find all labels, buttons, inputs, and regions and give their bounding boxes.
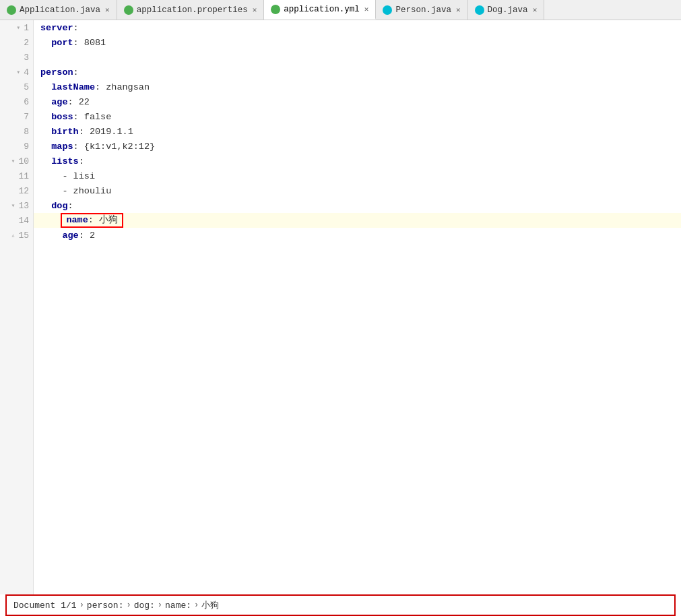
editor-area: ▾ 1 2 3 ▾ 4 5 6 7: [0, 20, 681, 594]
code-line-13: dog:: [34, 198, 681, 213]
chevron-3: ›: [158, 600, 162, 610]
tab-label-application-yml: application.yml: [284, 5, 360, 14]
close-tab-application-yml[interactable]: ✕: [364, 5, 369, 13]
line-num-5: 5: [0, 80, 33, 94]
tab-dog-java[interactable]: Dog.java ✕: [468, 0, 545, 20]
code-line-10: lists:: [34, 154, 681, 168]
fold-icon-10[interactable]: ▾: [9, 157, 17, 165]
tab-icon-application-java: [7, 5, 16, 15]
tab-person-java[interactable]: Person.java ✕: [376, 0, 467, 20]
tab-label-application-java: Application.java: [20, 5, 100, 15]
close-tab-application-properties[interactable]: ✕: [253, 5, 257, 14]
code-line-11: - lisi: [34, 168, 681, 183]
line-num-14: 14: [0, 213, 33, 228]
code-line-15: age: 2: [34, 228, 681, 243]
breadcrumb-dog: dog:: [134, 600, 155, 611]
tab-application-java[interactable]: Application.java ✕: [0, 0, 117, 20]
fold-icon-15[interactable]: ▵: [9, 231, 17, 239]
redbox-highlight: name: 小狗: [61, 213, 123, 228]
fold-icon-13[interactable]: ▾: [9, 202, 17, 210]
code-line-14: name: 小狗: [34, 213, 681, 228]
line-num-2: 2: [0, 35, 33, 50]
tab-bar: Application.java ✕ application.propertie…: [0, 0, 681, 20]
tab-icon-person-java: [383, 5, 392, 15]
line-num-11: 11: [0, 168, 33, 183]
breadcrumb-name: name:: [165, 600, 191, 611]
tab-icon-application-yml: [271, 5, 280, 14]
close-tab-application-java[interactable]: ✕: [105, 5, 110, 14]
breadcrumb-person: person:: [87, 600, 124, 611]
tab-icon-application-properties: [124, 5, 133, 15]
code-line-12: - zhouliu: [34, 183, 681, 198]
chevron-2: ›: [126, 600, 131, 610]
line-num-13: ▾ 13: [0, 198, 33, 213]
chevron-4: ›: [194, 600, 199, 610]
breadcrumb: Document 1/1 › person: › dog: › name: › …: [13, 599, 219, 611]
code-line-8: birth: 2019.1.1: [34, 124, 681, 139]
chevron-1: ›: [79, 600, 84, 610]
code-line-2: port: 8081: [34, 35, 681, 50]
tab-icon-dog-java: [475, 5, 484, 15]
tab-label-dog-java: Dog.java: [488, 5, 528, 15]
close-tab-dog-java[interactable]: ✕: [533, 5, 538, 14]
tab-label-person-java: Person.java: [395, 5, 451, 15]
line-num-9: 9: [0, 139, 33, 154]
line-num-6: 6: [0, 94, 33, 109]
code-line-9: maps: {k1:v1,k2:12}: [34, 139, 681, 154]
code-line-1: server:: [34, 20, 681, 35]
line-numbers: ▾ 1 2 3 ▾ 4 5 6 7: [0, 20, 34, 594]
tab-application-properties[interactable]: application.properties ✕: [117, 0, 265, 20]
code-area[interactable]: server: port: 8081 person: lastName: zha…: [34, 20, 681, 594]
line-num-7: 7: [0, 109, 33, 124]
code-line-5: lastName: zhangsan: [34, 80, 681, 94]
line-num-1: ▾ 1: [0, 20, 33, 35]
tab-application-yml[interactable]: application.yml ✕: [264, 0, 376, 20]
line-num-4: ▾ 4: [0, 65, 33, 80]
line-num-10: ▾ 10: [0, 154, 33, 168]
code-line-4: person:: [34, 65, 681, 80]
status-bar: Document 1/1 › person: › dog: › name: › …: [5, 594, 676, 616]
line-num-12: 12: [0, 183, 33, 198]
fold-icon-4[interactable]: ▾: [14, 68, 22, 76]
breadcrumb-value: 小狗: [201, 599, 219, 611]
line-num-15: ▵ 15: [0, 228, 33, 243]
tab-label-application-properties: application.properties: [137, 5, 248, 15]
fold-icon-2: [14, 38, 22, 47]
doc-label: Document 1/1: [13, 600, 77, 611]
line-num-3: 3: [0, 50, 33, 65]
code-line-6: age: 22: [34, 94, 681, 109]
close-tab-person-java[interactable]: ✕: [456, 5, 461, 14]
line-num-8: 8: [0, 124, 33, 139]
code-line-7: boss: false: [34, 109, 681, 124]
code-line-3: [34, 50, 681, 65]
fold-icon-1[interactable]: ▾: [14, 24, 22, 32]
